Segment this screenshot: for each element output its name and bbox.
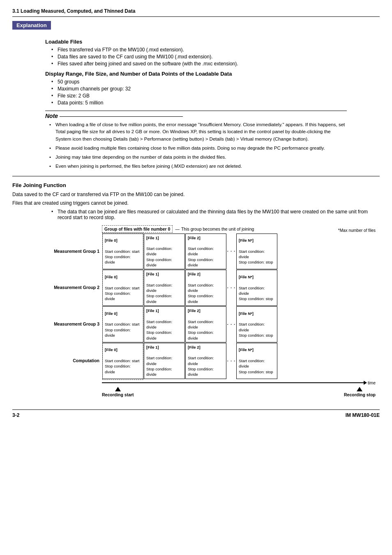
timeline: time: [102, 381, 376, 385]
file-cell: [File 0]Start condition: startStop condi…: [102, 234, 143, 270]
file-cell: [File 2]Start condition: divideStop cond…: [185, 306, 226, 342]
file-cell-last: [File N*]Start condition: divideStop con…: [236, 270, 277, 306]
recording-labels: Recording start Recording stop: [102, 387, 376, 397]
file-cell-last: [File N*]Start condition: divideStop con…: [236, 234, 277, 270]
page-footer: 3-2 IM MW180-01E: [12, 409, 380, 418]
diagram-row: Computation[File 0]Start condition: star…: [53, 343, 380, 379]
note-list: When loading a file of close to five mil…: [49, 121, 347, 170]
file-joining-bullets: The data that can be joined are files me…: [51, 209, 380, 220]
file-cell: [File 2]Start condition: divideStop cond…: [185, 343, 226, 379]
file-joining-intro2: Files that are created using triggers ca…: [12, 199, 380, 207]
list-item: Even when joining is performed, the file…: [49, 163, 347, 170]
explanation-section: Explanation Loadable Files Files transfe…: [12, 21, 380, 170]
display-range-title: Display Range, File Size, and Number of …: [45, 71, 380, 77]
max-files-label: *Max number of files: [338, 228, 380, 233]
loadable-files-list: Files transferred via FTP on the MW100 (…: [51, 47, 380, 67]
diagram-area: Group of files with file number 0 — This…: [12, 225, 380, 397]
row-label: Measurement Group 3: [53, 306, 102, 342]
file-cell-last: [File N*]Start condition: divideStop con…: [236, 343, 277, 379]
list-item: The data that can be joined are files me…: [51, 209, 380, 220]
diagram-row: Measurement Group 3[File 0]Start conditi…: [53, 306, 380, 342]
list-item: Files transferred via FTP on the MW100 (…: [51, 47, 380, 53]
joining-label: — This group becomes the unit of joining: [175, 227, 254, 231]
file-cell: [File 2]Start condition: divideStop cond…: [185, 270, 226, 306]
file-joining-title: File Joining Function: [12, 182, 380, 188]
dots-cell: · · ·: [227, 270, 236, 306]
file-cell: [File 0]Start condition: startStop condi…: [102, 270, 143, 306]
file-cell: [File 1]Start condition: divideStop cond…: [144, 234, 185, 270]
file-cell: [File 1]Start condition: divideStop cond…: [144, 343, 185, 379]
dots-cell: · · ·: [227, 343, 236, 379]
dots-cell: · · ·: [227, 234, 236, 270]
page-header: 3.1 Loading Measured, Computed, and Thin…: [12, 8, 380, 17]
doc-id: IM MW180-01E: [346, 412, 380, 418]
file-cell: [File 0]Start condition: startStop condi…: [102, 306, 143, 342]
display-range-list: 50 groups Maximum channels per group: 32…: [51, 79, 380, 106]
file-joining-intro1: Data saved to the CF card or transferred…: [12, 191, 380, 198]
explanation-badge: Explanation: [12, 21, 51, 30]
row-label: Measurement Group 2: [53, 270, 102, 306]
file-cell: [File 0]Start condition: startStop condi…: [102, 343, 143, 379]
file-cell-last: [File N*]Start condition: divideStop con…: [236, 306, 277, 342]
file-joining-section: File Joining Function Data saved to the …: [12, 182, 380, 397]
diagram-row: Measurement Group 2[File 0]Start conditi…: [53, 270, 380, 306]
header-title: 3.1 Loading Measured, Computed, and Thin…: [12, 8, 380, 17]
file-cell: [File 2]Start condition: divideStop cond…: [185, 234, 226, 270]
list-item: Files saved after being joined and saved…: [51, 61, 380, 67]
loadable-files-title: Loadable Files: [45, 39, 380, 45]
list-item: Maximum channels per group: 32: [51, 86, 380, 92]
row-label: Computation: [53, 343, 102, 379]
page-number: 3-2: [12, 412, 19, 418]
list-item: Please avoid loading multiple files cont…: [49, 145, 347, 152]
file-cell: [File 1]Start condition: divideStop cond…: [144, 270, 185, 306]
diagram-grid: Measurement Group 1[File 0]Start conditi…: [53, 234, 380, 379]
list-item: Data files are saved to the CF card usin…: [51, 54, 380, 60]
file-cell: [File 1]Start condition: divideStop cond…: [144, 306, 185, 342]
list-item: File size: 2 GB: [51, 93, 380, 99]
row-label: Measurement Group 1: [53, 234, 102, 270]
list-item: 50 groups: [51, 79, 380, 85]
list-item: Data points: 5 million: [51, 100, 380, 106]
dots-cell: · · ·: [227, 306, 236, 342]
group-label: Group of files with file number 0: [102, 225, 173, 233]
section-divider: [12, 176, 380, 176]
note-box: Note When loading a file of close to fiv…: [45, 111, 347, 170]
diagram-row: Measurement Group 1[File 0]Start conditi…: [53, 234, 380, 270]
note-title: Note: [45, 113, 347, 119]
list-item: When loading a file of close to five mil…: [49, 121, 347, 143]
list-item: Joining may take time depending on the n…: [49, 154, 347, 161]
